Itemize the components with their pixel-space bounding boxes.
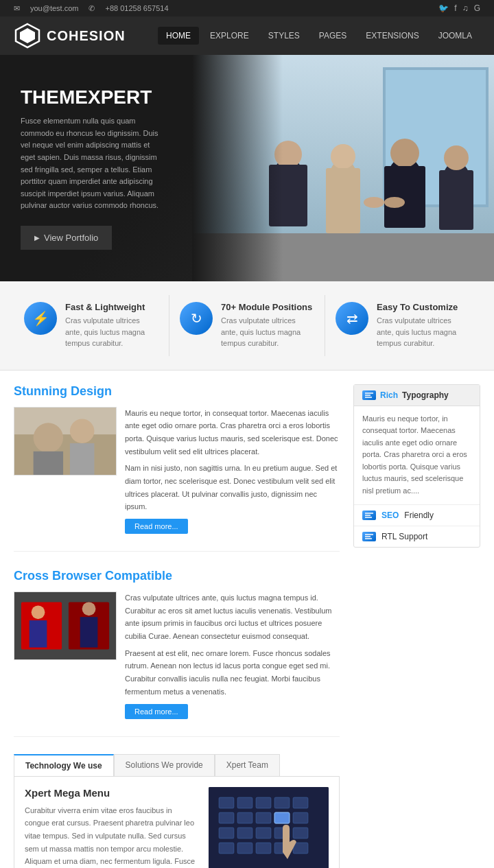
twitter-link[interactable]: 🐦: [438, 3, 449, 13]
nav-extensions[interactable]: EXTENSIONS: [357, 27, 427, 45]
sidebar-rich-label-blue: Rich: [380, 390, 398, 400]
tab-team[interactable]: Xpert Team: [215, 754, 280, 776]
article-cross-browser-image: [14, 591, 117, 660]
sidebar-seo-label-blue: SEO: [381, 511, 399, 520]
email-address: you@test.com: [30, 4, 78, 12]
hero-illustration: [192, 55, 494, 281]
tabs-navigation[interactable]: Technology We use Solutions We provide X…: [14, 754, 340, 776]
svg-rect-50: [293, 828, 308, 838]
feature-module-title: 70+ Module Positions: [221, 302, 314, 312]
svg-rect-51: [219, 843, 234, 854]
tab-technology[interactable]: Technology We use: [14, 754, 114, 776]
svg-rect-27: [14, 407, 116, 475]
svg-point-33: [82, 602, 96, 615]
feature-customize-icon: ⇄: [336, 302, 368, 335]
sidebar-seo-label-rest: Friendly: [404, 511, 434, 520]
svg-rect-52: [237, 843, 252, 854]
article-stunning-image: [14, 407, 117, 476]
sidebar-rtl-label: RTL Support: [381, 532, 427, 541]
nav-styles[interactable]: STYLES: [260, 27, 308, 45]
tab-content-text: Curabitur viverra enim vitae eros faucib…: [25, 804, 198, 869]
sidebar-rtl-icon: [362, 532, 376, 541]
tab-solutions[interactable]: Solutions We provide: [114, 754, 215, 776]
content-area: Stunning Design Mauris eu neque tortor, …: [14, 384, 340, 869]
nav-home[interactable]: HOME: [158, 27, 199, 45]
nav-explore[interactable]: EXPLORE: [202, 27, 257, 45]
features-section: ⚡ Fast & Lightweight Cras vulputate ultr…: [0, 281, 494, 371]
feature-module-content: 70+ Module Positions Cras vulputate ultr…: [221, 302, 314, 349]
sidebar-rich-icon: [362, 390, 376, 400]
email-icon: ✉: [14, 4, 20, 13]
article-stunning-body: Mauris eu neque tortor, in consequat tor…: [14, 407, 340, 535]
tab-text-area: Xpert Mega Menu Curabitur viverra enim v…: [25, 787, 198, 869]
tab-content-title: Xpert Mega Menu: [25, 787, 198, 799]
tabs-section: Technology We use Solutions We provide X…: [14, 754, 340, 869]
logo: COHESION: [14, 22, 126, 49]
nav-joomla[interactable]: JOOMLA: [430, 27, 480, 45]
article-cross-browser-text-container: Cras vulputate ultrices ante, quis luctu…: [125, 591, 340, 719]
svg-rect-37: [237, 797, 252, 808]
feature-fast-content: Fast & Lightweight Cras vulputate ultric…: [65, 302, 158, 349]
article-cross-browser: Cross Browser Compatible Cras: [14, 569, 340, 737]
social-links[interactable]: 🐦 f ♫ G: [438, 3, 480, 13]
nav-pages[interactable]: PAGES: [311, 27, 355, 45]
svg-rect-39: [274, 797, 290, 808]
feature-fast-text: Cras vulputate ultrices ante, quis luctu…: [65, 315, 158, 349]
main-content: Stunning Design Mauris eu neque tortor, …: [0, 371, 494, 869]
article-cross-browser-body: Cras vulputate ultrices ante, quis luctu…: [14, 591, 340, 719]
google-link[interactable]: G: [474, 3, 480, 13]
feature-customize-text: Cras vulputate ultrices ante, quis luctu…: [377, 315, 470, 349]
tab-keyboard-image: [209, 787, 329, 869]
feature-module: ↻ 70+ Module Positions Cras vulputate ul…: [169, 295, 325, 356]
hero-description: Fusce elementum nulla quis quam commodo …: [21, 115, 165, 212]
article-cross-browser-para2: Praesent at est elit, nec ornare lorem. …: [125, 647, 340, 699]
svg-rect-41: [219, 812, 234, 823]
article-cross-browser-read-more[interactable]: Read more...: [125, 704, 188, 719]
svg-rect-36: [219, 797, 234, 808]
phone-number: +88 01258 657514: [105, 4, 168, 12]
svg-rect-46: [219, 828, 234, 838]
hero-title: THEMEXPERT: [21, 86, 165, 108]
article-cross-browser-para1: Cras vulputate ultrices ante, quis luctu…: [125, 591, 340, 643]
svg-rect-48: [256, 828, 271, 838]
view-portfolio-button[interactable]: View Portfolio: [21, 226, 112, 250]
hero-section: THEMEXPERT Fusce elementum nulla quis qu…: [0, 55, 494, 281]
feature-fast: ⚡ Fast & Lightweight Cras vulputate ultr…: [14, 295, 169, 356]
phone-icon: ✆: [89, 4, 95, 13]
svg-marker-1: [20, 28, 35, 43]
sidebar-rich-typography: Rich Typography Mauris eu neque tortor, …: [353, 384, 480, 548]
svg-point-31: [32, 605, 45, 619]
svg-rect-42: [237, 812, 252, 823]
svg-rect-56: [274, 812, 290, 823]
feature-module-icon: ↻: [180, 302, 213, 335]
svg-rect-45: [293, 812, 308, 823]
top-bar-contact: ✉ you@test.com ✆ +88 01258 657514: [14, 4, 169, 13]
svg-rect-32: [30, 620, 47, 647]
svg-rect-38: [256, 797, 271, 808]
sidebar-rich-label-rest: Typography: [402, 390, 449, 400]
svg-rect-55: [293, 843, 308, 854]
svg-rect-20: [192, 55, 494, 281]
article-stunning-read-more[interactable]: Read more...: [125, 519, 188, 534]
sidebar-rtl-item: RTL Support: [354, 526, 480, 547]
tab-content-area: Xpert Mega Menu Curabitur viverra enim v…: [14, 776, 340, 869]
article-stunning-design: Stunning Design Mauris eu neque tortor, …: [14, 384, 340, 552]
logo-icon: [14, 22, 41, 49]
article-cross-browser-title: Cross Browser Compatible: [14, 569, 340, 583]
sidebar: Rich Typography Mauris eu neque tortor, …: [353, 384, 480, 869]
feature-customize-content: Easy To Customize Cras vulputate ultrice…: [377, 302, 470, 349]
svg-rect-34: [80, 617, 98, 647]
facebook-link[interactable]: f: [454, 3, 456, 13]
svg-rect-53: [256, 843, 271, 854]
svg-rect-47: [237, 828, 252, 838]
article-stunning-para2: Nam in nisi justo, non sagittis urna. In…: [125, 462, 340, 513]
sidebar-rich-header: Rich Typography: [354, 385, 480, 406]
sidebar-seo-icon: [362, 511, 376, 520]
article-stunning-text-container: Mauris eu neque tortor, in consequat tor…: [125, 407, 340, 535]
rss-link[interactable]: ♫: [462, 3, 469, 13]
main-nav[interactable]: HOME EXPLORE STYLES PAGES EXTENSIONS JOO…: [158, 27, 480, 45]
sidebar-rich-content: Mauris eu neque tortor, in consequat tor…: [354, 406, 480, 504]
feature-customize-title: Easy To Customize: [377, 302, 470, 312]
top-bar: ✉ you@test.com ✆ +88 01258 657514 🐦 f ♫ …: [0, 0, 494, 16]
hero-image: [192, 55, 494, 281]
